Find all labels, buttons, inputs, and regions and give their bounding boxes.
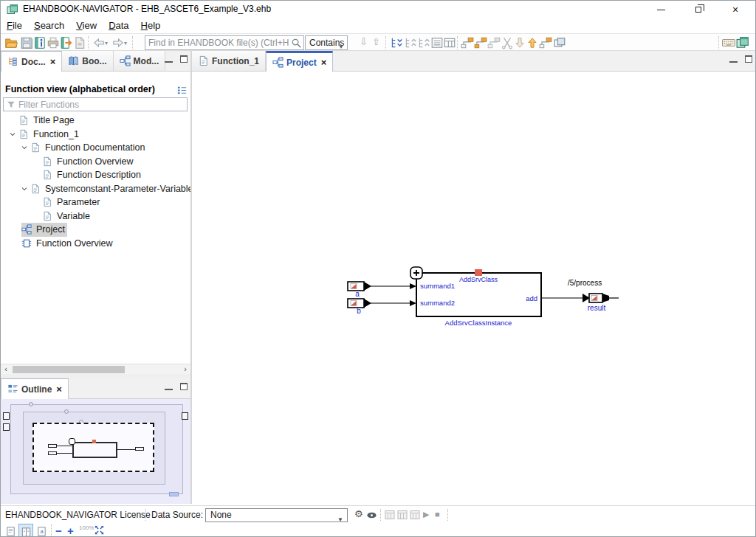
export-icon[interactable]	[60, 36, 73, 49]
data-source-dropdown[interactable]: None ▼	[205, 508, 348, 522]
step-into-icon[interactable]	[513, 36, 526, 49]
link-with-view-icon[interactable]	[417, 36, 430, 49]
maximize-editor-icon[interactable]	[745, 55, 752, 63]
zoom-out-button[interactable]: −	[55, 524, 62, 537]
chevron-down-icon[interactable]	[18, 143, 30, 152]
tree-item-systemconstant[interactable]: Systemconstant-Parameter-Variable-Cl	[1, 182, 190, 196]
pdf-export-icon[interactable]	[73, 36, 86, 49]
output-port-result[interactable]	[583, 294, 609, 302]
stop-icon[interactable]: ■	[435, 510, 440, 519]
outline-minimap[interactable]	[1, 399, 190, 504]
list-view-icon[interactable]	[430, 36, 444, 49]
maximize-panel-icon[interactable]	[180, 55, 188, 63]
tree-item-function-1[interactable]: Function_1	[1, 128, 190, 142]
document-icon	[42, 156, 52, 167]
find-next-icon[interactable]: ⇩	[360, 36, 368, 47]
outline-resize-handle[interactable]	[169, 492, 179, 496]
input-port-a[interactable]	[348, 282, 371, 291]
outline-mini-wire	[57, 446, 72, 446]
close-icon[interactable]: ×	[321, 57, 327, 68]
open-file-icon[interactable]	[4, 36, 18, 49]
tree-item-parameter[interactable]: Parameter	[1, 195, 190, 209]
tab-project[interactable]: Project ×	[266, 51, 333, 72]
project-block-diagram[interactable]: a b AddSrvClass summand1 summand2 add Ad…	[326, 259, 636, 340]
filter-functions-input[interactable]	[18, 99, 185, 110]
tab-function-1[interactable]: Function_1	[192, 51, 266, 71]
scroll-right-icon[interactable]: ›	[180, 364, 190, 375]
print-icon[interactable]	[47, 36, 60, 49]
step-out-icon[interactable]	[526, 36, 539, 49]
cut-path-icon[interactable]	[501, 36, 514, 49]
zoom-reset-button[interactable]: 100%	[79, 526, 92, 530]
tree-item-variable[interactable]: Variable	[1, 209, 190, 224]
menu-help[interactable]: Help	[135, 18, 167, 32]
restore-window-button[interactable]	[686, 1, 711, 18]
toolbar-separator	[132, 36, 133, 49]
expand-all-icon[interactable]	[390, 36, 403, 49]
model-hierarchy-disabled-icon[interactable]	[487, 36, 501, 49]
chevron-down-icon[interactable]	[18, 184, 30, 193]
minimize-editor-icon[interactable]	[729, 55, 738, 63]
settings-gear-icon[interactable]: ⚙	[354, 508, 363, 519]
tree-item-project[interactable]: Project	[1, 223, 190, 237]
report-export-icon[interactable]	[409, 509, 421, 521]
table-view-icon[interactable]	[443, 36, 456, 49]
tree-item-function-documentation[interactable]: Function Documentation	[1, 141, 190, 155]
report-view-icon[interactable]	[384, 509, 396, 521]
fit-to-screen-icon[interactable]	[94, 524, 105, 536]
menu-file[interactable]: File	[1, 18, 28, 32]
menu-data[interactable]: Data	[103, 18, 134, 32]
tab-books[interactable]: Boo...	[62, 51, 113, 71]
report-config-icon[interactable]	[396, 509, 408, 521]
close-icon[interactable]: ×	[56, 384, 62, 395]
horizontal-scrollbar[interactable]: ‹ ›	[1, 364, 190, 374]
minimize-panel-icon[interactable]	[165, 383, 173, 390]
chevron-down-icon[interactable]	[7, 130, 18, 139]
tree-item-title-page[interactable]: Title Page	[1, 114, 190, 128]
single-page-view-button[interactable]	[4, 524, 18, 537]
close-window-button[interactable]: ×	[723, 1, 748, 18]
model-hierarchy-all-icon[interactable]	[474, 36, 487, 49]
find-input[interactable]	[148, 37, 289, 49]
new-window-icon[interactable]	[553, 36, 566, 49]
scrollbar-thumb[interactable]	[13, 366, 125, 373]
save-icon[interactable]	[20, 36, 33, 49]
forward-history-dropdown-icon[interactable]: ▾	[124, 40, 127, 46]
tab-label: Doc...	[21, 57, 46, 67]
data-source-label: Data Source:	[151, 510, 203, 520]
tree-item-function-overview[interactable]: Function Overview	[1, 155, 190, 169]
tab-documents[interactable]: Doc... ×	[1, 51, 62, 72]
block-marker-red[interactable]	[475, 269, 482, 276]
navigate-back-icon[interactable]	[92, 36, 106, 49]
visibility-eye-icon[interactable]	[366, 510, 377, 521]
handbook-info-icon[interactable]	[33, 36, 47, 49]
menu-search[interactable]: Search	[28, 18, 70, 32]
zoom-in-button[interactable]: +	[67, 524, 74, 537]
menu-view[interactable]: View	[70, 18, 103, 32]
tab-outline[interactable]: Outline ×	[1, 378, 69, 399]
collapse-all-icon[interactable]	[404, 36, 417, 49]
ehandbook-perspective-icon[interactable]	[736, 36, 749, 49]
scroll-left-icon[interactable]: ‹	[1, 364, 11, 375]
text-page-view-button[interactable]	[35, 524, 49, 537]
maximize-panel-icon[interactable]	[180, 383, 188, 390]
model-hierarchy-icon[interactable]	[461, 36, 474, 49]
close-icon[interactable]: ×	[50, 56, 56, 67]
tab-models[interactable]: Mod...	[114, 51, 166, 71]
open-hierarchy-icon[interactable]	[539, 36, 552, 49]
back-history-dropdown-icon[interactable]: ▾	[105, 40, 108, 46]
document-icon	[18, 115, 29, 125]
minimize-panel-icon[interactable]	[165, 55, 173, 63]
tree-item-function-description[interactable]: Function Description	[1, 168, 190, 182]
tree-item-function-overview-block[interactable]: Function Overview	[1, 237, 190, 251]
function-view-header: Function view (alphabetical order)	[5, 84, 155, 94]
minimize-window-button[interactable]	[649, 1, 674, 18]
find-previous-icon[interactable]: ⇧	[372, 36, 380, 47]
view-menu-icon[interactable]	[176, 85, 188, 96]
search-mode-dropdown[interactable]: Contains ▼	[305, 35, 348, 50]
addsrvclass-block[interactable]	[410, 267, 541, 316]
navigate-forward-icon[interactable]	[111, 36, 125, 49]
play-icon[interactable]: ▶	[423, 510, 429, 519]
two-page-view-button[interactable]	[18, 524, 33, 537]
keyboard-shortcuts-icon[interactable]	[722, 36, 735, 49]
